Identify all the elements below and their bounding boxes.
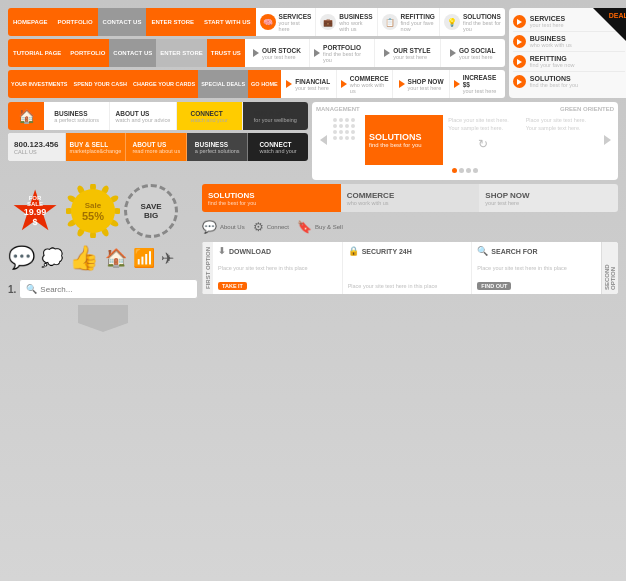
nav2-tab-0[interactable]: TUTORIAL PAGE: [8, 39, 66, 67]
svc-desc-refitting: find your fave now: [530, 62, 575, 68]
about-us-label: About Us: [220, 224, 245, 230]
carousel-dot-3[interactable]: [466, 168, 471, 173]
bottom-left-section: ★ FOR SALE 19.99 $: [8, 184, 198, 323]
take-it-button[interactable]: TAKE IT: [218, 282, 247, 290]
nav2-tab-2[interactable]: CONTACT US: [109, 39, 156, 67]
mgmt-prev-button[interactable]: [316, 115, 330, 165]
nav1-refitting-label: REFITTING: [401, 13, 435, 20]
home-about-sub: watch and your advice: [116, 117, 171, 123]
nav1-tab-portfolio[interactable]: PORTFOLIO: [53, 8, 98, 36]
nav2-tab-3[interactable]: ENTER STORE: [156, 39, 207, 67]
nav2-item-portfolio[interactable]: PORTFOLIO find the best for you: [310, 39, 375, 67]
nav3-tab-1[interactable]: SPEND YOUR CASH: [71, 70, 130, 98]
search-box[interactable]: 🔍: [19, 279, 198, 299]
mgmt-content: SOLUTIONS find the best for you Place yo…: [316, 115, 614, 165]
nav1-tab-contact[interactable]: CONTACT US: [98, 8, 147, 36]
phone-about[interactable]: About Us read more about us: [126, 133, 187, 161]
sale-badge-price: 19.99 $: [22, 207, 49, 227]
play-icon-financial: [286, 80, 292, 88]
phone-items: Buy & Sell marketplace&change About Us r…: [66, 133, 309, 161]
phone-buy-sell[interactable]: Buy & Sell marketplace&change: [66, 133, 127, 161]
nav3-item-commerce[interactable]: COMMERCE who work with us: [337, 70, 394, 98]
svg-point-2: [345, 118, 349, 122]
management-panel: MANAGEMENT GREEN ORIENTED: [312, 102, 618, 180]
nav1-item-solutions[interactable]: 💡 SOLUTIONS find the best for you: [440, 8, 505, 36]
mgmt-placeholder: Place your site text here. Your sample t…: [446, 115, 520, 165]
about-us-item[interactable]: 💬 About Us: [202, 220, 245, 234]
save-big-text: SAVEBIG: [140, 202, 161, 220]
nav3-item-shopnow[interactable]: SHOP NOW your test here: [393, 70, 449, 98]
dots-chat-icon[interactable]: 💭: [41, 247, 63, 269]
sale-sun-badge: Sale55%: [66, 184, 120, 238]
home-nav-about[interactable]: About Us watch and your advice: [110, 102, 176, 130]
nav3-tab-2[interactable]: CHARGE YOUR CARDS: [130, 70, 198, 98]
solutions-box: SOLUTIONS find the best for you: [365, 115, 443, 165]
search-for-text: Place your site text here in this place: [477, 265, 596, 272]
svc-refitting[interactable]: REFITTING find your fave now: [513, 52, 625, 72]
nav2-item-social[interactable]: GO SOCIAL your test here: [441, 39, 505, 67]
nav1-item-business[interactable]: 💼 BUSINESS who work with us: [316, 8, 377, 36]
nav3-shopnow-sub: your test here: [408, 85, 444, 91]
nav3-shopnow-label: SHOP NOW: [408, 78, 444, 85]
nav2-style-label: OUR STYLE: [393, 47, 430, 54]
nav1-item-refitting[interactable]: 📋 REFITTING find your fave now: [378, 8, 440, 36]
nav3-item-financial[interactable]: FINANCIAL your test here: [281, 70, 337, 98]
nav3-increase-sub: your test here: [463, 88, 501, 94]
nav1-tab-homepage[interactable]: HOMEPAGE: [8, 8, 53, 36]
home-nav-connect[interactable]: Connect watch and your: [177, 102, 243, 130]
phone-connect[interactable]: Connect watch and your: [248, 133, 308, 161]
nav-block-left: HOMEPAGE PORTFOLIO CONTACT US ENTER STOR…: [8, 8, 505, 98]
carousel-dots: [316, 168, 614, 173]
download-text: Place your site text here in this place: [218, 265, 337, 272]
home-nav-buy[interactable]: Buy & Sell for your wellbeing: [243, 102, 308, 130]
nav1-tab-start[interactable]: START WITH US: [199, 8, 256, 36]
buy-sell-item[interactable]: 🔖 Buy & Sell: [297, 220, 343, 234]
mgmt-next-button[interactable]: [600, 115, 614, 165]
nav1-tab-store[interactable]: ENTER STORE: [146, 8, 199, 36]
nav2-item-style[interactable]: OUR STYLE your test here: [375, 39, 440, 67]
find-out-button[interactable]: FIND OUT: [477, 282, 511, 290]
svc-play-business: [513, 35, 526, 48]
home-buy-label: Buy & Sell: [254, 110, 297, 117]
nav2-body: OUR STOCK your test here PORTFOLIO find …: [245, 39, 505, 67]
nav2-social-label: GO SOCIAL: [459, 47, 495, 54]
nav1-services-label: SERVICES: [279, 13, 312, 20]
carousel-dot-4[interactable]: [473, 168, 478, 173]
ribbon-wrap: [8, 305, 198, 323]
nav3-item-increase[interactable]: INCREASE $$ your test here: [450, 70, 505, 98]
nav3-increase-label: INCREASE $$: [463, 74, 501, 88]
phone-business[interactable]: BUSINESS a perfect solutions: [187, 133, 248, 161]
carousel-dot-1[interactable]: [452, 168, 457, 173]
nav1-solutions-label: SOLUTIONS: [463, 13, 501, 20]
lock-icon: 🔒: [348, 246, 359, 256]
green-label: GREEN ORIENTED: [560, 106, 614, 112]
nav2-tab-4[interactable]: TRUST US: [207, 39, 245, 67]
search-for-icon: 🔍: [477, 246, 488, 256]
thumbs-up-icon[interactable]: 👍: [69, 244, 99, 272]
carousel-dot-2[interactable]: [459, 168, 464, 173]
home-buy-sub: for your wellbeing: [254, 117, 297, 123]
svg-point-12: [333, 136, 337, 140]
commerce-solutions-sub: find the best for you: [208, 200, 335, 206]
nav3-tab-0[interactable]: YOUR INVESTMENTS: [8, 70, 71, 98]
sale-badge-content: FOR SALE 19.99 $: [22, 195, 49, 227]
nav1-business-sub: who work with us: [339, 20, 372, 32]
home-nav-business[interactable]: BUSINESS a perfect solutions: [44, 102, 110, 130]
sun-inner: Sale55%: [71, 189, 115, 233]
chat-bubbles-icon[interactable]: 💬: [8, 245, 35, 271]
download-bar: FIRST OPTION ⬇ DOWNLOAD Place your site …: [202, 242, 618, 294]
nav3-tab-4[interactable]: GO HOME: [248, 70, 281, 98]
sun-badge-text: Sale55%: [82, 201, 104, 222]
nav2-tab-1[interactable]: PORTFOLIO: [66, 39, 109, 67]
svc-solutions[interactable]: SOLUTIONS find the best for you: [513, 72, 625, 91]
nav3-tab-3[interactable]: SPECIAL DEALS: [198, 70, 248, 98]
connect-item[interactable]: ⚙ Connect: [253, 220, 289, 234]
svg-point-8: [333, 130, 337, 134]
nav2-stock-label: OUR STOCK: [262, 47, 301, 54]
nav1-business-label: BUSINESS: [339, 13, 372, 20]
nav2-item-stock[interactable]: OUR STOCK your test here: [245, 39, 310, 67]
nav1-item-services[interactable]: 🧠 SERVICES your test here: [256, 8, 317, 36]
home-button[interactable]: 🏠: [8, 102, 44, 130]
search-input[interactable]: [40, 285, 191, 294]
dots-pattern: [332, 117, 360, 145]
